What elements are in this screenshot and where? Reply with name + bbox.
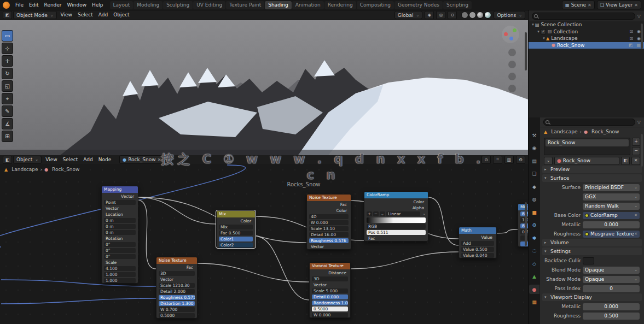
- shader-menu-node[interactable]: Node: [96, 156, 114, 164]
- panel-header[interactable]: ▾Settings: [542, 248, 642, 255]
- properties-tab-tool[interactable]: ⚒: [529, 131, 539, 140]
- node-canvas[interactable]: ▲Landscape›●Rock_Snow Rocks_Snow Mapping…: [0, 164, 528, 324]
- prop-dropdown[interactable]: GGX⌄: [583, 193, 640, 201]
- rotate-tool[interactable]: ↻: [2, 68, 13, 79]
- node-row-white[interactable]: Pos 0.511: [367, 230, 426, 235]
- tab-scripting[interactable]: Scripting: [443, 1, 472, 9]
- node-header[interactable]: Noise Texture: [307, 195, 351, 201]
- proportional-edit-icon[interactable]: ◎: [436, 11, 445, 19]
- properties-tab-material[interactable]: ●: [529, 285, 539, 294]
- viewport-menu-add[interactable]: Add: [96, 11, 111, 19]
- node-header[interactable]: Mix: [217, 211, 255, 217]
- node-colorramp[interactable]: ColorRampColorAlpha+−⌄Linear⌄RGB⌄Pos 0.5…: [364, 191, 428, 241]
- zoom-button[interactable]: [508, 49, 516, 56]
- properties-tab-world[interactable]: ◍: [529, 195, 539, 204]
- outliner-item-scene-collection[interactable]: ▾▤Scene Collection: [529, 21, 644, 28]
- toggle-perspective-button[interactable]: [508, 85, 516, 92]
- node-row-highlight[interactable]: Distortion 1.300: [159, 301, 195, 306]
- scene-unlink-icon[interactable]: ✕: [588, 3, 591, 8]
- snap-magnet-icon[interactable]: ◈: [425, 11, 434, 19]
- options-dropdown[interactable]: Options ⌄: [494, 11, 525, 19]
- menu-window[interactable]: Window: [65, 1, 90, 9]
- material-shading-icon[interactable]: [477, 11, 484, 19]
- node-row-highlight[interactable]: Randomness 1.000: [312, 301, 348, 305]
- shader-editor[interactable]: ◧ Object ⌄ ViewSelectAddNode ● Rock_Snow…: [0, 155, 528, 324]
- node-row-gradient[interactable]: [367, 217, 426, 223]
- properties-tab-render[interactable]: ◉: [529, 144, 539, 153]
- node-row-value[interactable]: W 0.700: [159, 307, 195, 312]
- visibility-icon[interactable]: ◩: [629, 43, 633, 48]
- browse-material-button[interactable]: ⌄: [544, 157, 553, 165]
- node-row-dropdown[interactable]: 3D⌄: [159, 271, 195, 276]
- viewport-menu-object[interactable]: Object: [111, 11, 132, 19]
- navigation-gizmo[interactable]: [502, 26, 519, 43]
- tab-texture-paint[interactable]: Texture Paint: [226, 1, 264, 9]
- material-name-field[interactable]: ● Rock_Snow: [554, 157, 619, 165]
- properties-tab-output[interactable]: ▤: [529, 156, 539, 166]
- node-editor-scrollbar[interactable]: [525, 202, 527, 246]
- material-pill[interactable]: ● Rock_Snow ✕: [119, 155, 164, 164]
- wireframe-shading-icon[interactable]: [461, 11, 468, 19]
- prop-linked[interactable]: Musgrave Texture✕: [583, 231, 640, 238]
- remove-slot-button[interactable]: −: [632, 147, 640, 155]
- menu-edit[interactable]: Edit: [26, 1, 41, 9]
- tab-compositing[interactable]: Compositing: [357, 1, 394, 9]
- properties-tab-modifiers[interactable]: ⚙: [529, 221, 539, 230]
- scale-tool[interactable]: ◱: [2, 80, 13, 92]
- ramp-button[interactable]: +: [367, 211, 372, 216]
- ramp-button[interactable]: −: [373, 211, 379, 216]
- prop-value[interactable]: 0.000: [583, 221, 640, 228]
- mode-dropdown[interactable]: Object Mode ⌄: [13, 11, 57, 19]
- tab-rendering[interactable]: Rendering: [324, 1, 356, 9]
- node-noise-upper[interactable]: Noise TextureFacColor4D⌄W 0.000Scale 13.…: [306, 194, 351, 250]
- pin-icon[interactable]: ⊙: [481, 156, 491, 164]
- visibility-icon[interactable]: ▦: [636, 43, 641, 48]
- node-row-white[interactable]: 0.5000: [312, 307, 348, 311]
- properties-scrollbar[interactable]: [641, 134, 643, 167]
- gear-icon[interactable]: ⚙: [516, 156, 525, 164]
- node-row-dropdown[interactable]: Point⌄: [104, 200, 136, 205]
- node-row-dropdown[interactable]: 3D⌄: [312, 276, 348, 281]
- shader-menu-view[interactable]: View: [43, 156, 60, 164]
- expander-icon[interactable]: ▾: [536, 30, 541, 34]
- prop-dropdown[interactable]: Principled BSDF⌄: [583, 184, 640, 191]
- node-row-value[interactable]: 0 m: [104, 224, 136, 229]
- node-row-value[interactable]: 4.100: [104, 266, 136, 271]
- menu-help[interactable]: Help: [89, 1, 106, 9]
- node-voronoi[interactable]: Voronoi TextureDistance3D⌄VectorScale 5.…: [309, 262, 351, 318]
- node-row-value[interactable]: Value 0.500: [461, 247, 494, 252]
- node-row-value[interactable]: W 0.000: [312, 313, 348, 317]
- editor-type-icon[interactable]: ◩: [3, 11, 12, 19]
- select-box-tool[interactable]: ▭: [2, 30, 13, 42]
- shader-menu-add[interactable]: Add: [80, 156, 95, 164]
- expander-icon[interactable]: ▾: [531, 22, 535, 27]
- tab-shading[interactable]: Shading: [265, 1, 292, 9]
- properties-tab-object-data[interactable]: ▲: [529, 272, 539, 281]
- node-row-value[interactable]: Fac 0.500: [219, 231, 253, 235]
- node-noise-lower[interactable]: Noise TextureFac3D⌄VectorScale 1210.30De…: [156, 257, 198, 319]
- material-slot-list[interactable]: Rock_Snow: [544, 138, 630, 155]
- node-row-value[interactable]: Value 0.040: [461, 253, 494, 258]
- properties-tab-object[interactable]: ■: [529, 208, 539, 217]
- node-row-value[interactable]: 0°: [104, 254, 136, 259]
- solid-shading-icon[interactable]: [469, 11, 476, 19]
- node-row-value[interactable]: Scale 13.10: [309, 226, 349, 231]
- viewport-scrollbar[interactable]: [525, 32, 527, 70]
- outliner-item-landscape[interactable]: ▾▲Landscape⊡◉: [529, 35, 644, 42]
- viewport-menu-view[interactable]: View: [58, 11, 75, 19]
- node-row-value[interactable]: 0 m: [104, 230, 136, 235]
- tab-sculpting[interactable]: Sculpting: [163, 1, 193, 9]
- blender-logo-icon[interactable]: [3, 2, 10, 9]
- panel-header[interactable]: ▸Preview: [542, 166, 642, 173]
- add-slot-button[interactable]: +: [632, 138, 640, 146]
- node-row-value[interactable]: Detail 16.00: [309, 232, 349, 237]
- visibility-icon[interactable]: ◉: [637, 29, 641, 34]
- menu-render[interactable]: Render: [42, 1, 65, 9]
- view-layer-unlink-icon[interactable]: ✕: [634, 3, 638, 8]
- node-header[interactable]: Mapping: [102, 186, 138, 193]
- fake-user-button[interactable]: ◧: [621, 157, 630, 165]
- interpolation-dropdown[interactable]: Linear: [386, 211, 420, 216]
- properties-tab-view-layer[interactable]: ❏: [529, 169, 539, 179]
- outliner-search-input[interactable]: [532, 13, 635, 20]
- panel-header[interactable]: ▾Surface: [542, 174, 642, 182]
